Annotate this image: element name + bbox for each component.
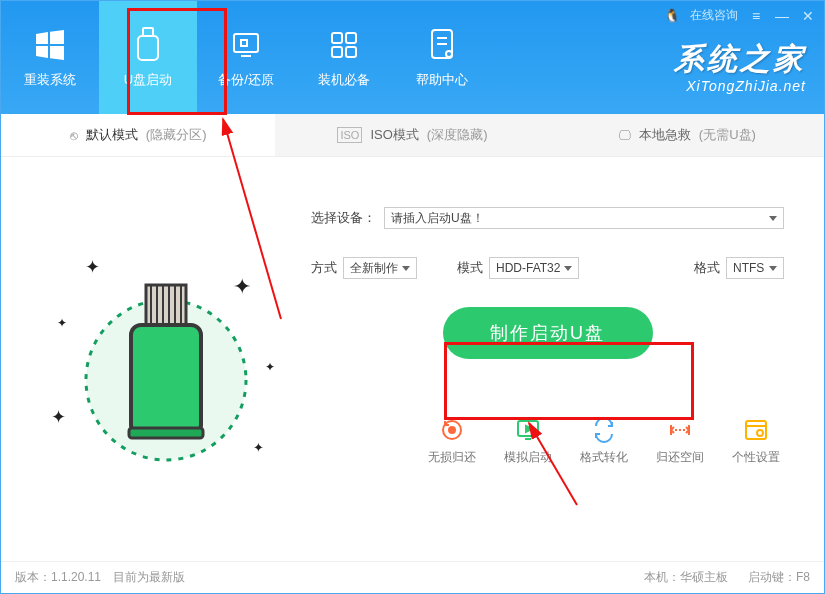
update-status: 目前为最新版 bbox=[113, 569, 185, 586]
iso-icon: ISO bbox=[337, 127, 362, 143]
nav-help-center[interactable]: 帮助中心 bbox=[393, 1, 491, 114]
penguin-icon: 🐧 bbox=[664, 8, 680, 23]
usb-graphic bbox=[41, 230, 281, 490]
usb-icon: ⎋ bbox=[70, 128, 78, 143]
main-content: ✦ ✦ ✦ ✦ ✦ ✦ 选择设备： 请插入启动U盘！ 方式 全新制作 模式 HD… bbox=[1, 157, 824, 543]
svg-point-28 bbox=[449, 427, 455, 433]
mode-tab-default[interactable]: ⎋ 默认模式 (隐藏分区) bbox=[1, 114, 275, 156]
usb-illustration: ✦ ✦ ✦ ✦ ✦ ✦ bbox=[21, 177, 301, 543]
tool-personalize[interactable]: 个性设置 bbox=[732, 417, 780, 466]
version-text: 版本：1.1.20.11 bbox=[15, 569, 101, 586]
tool-return-space[interactable]: 归还空间 bbox=[656, 417, 704, 466]
mode-tabs: ⎋ 默认模式 (隐藏分区) ISO ISO模式 (深度隐藏) 🖵 本地急救 (无… bbox=[1, 114, 824, 157]
usb-drive-icon bbox=[130, 27, 166, 63]
svg-rect-4 bbox=[143, 28, 153, 36]
svg-rect-26 bbox=[129, 428, 203, 438]
status-bar: 版本：1.1.20.11 目前为最新版 本机：华硕主板 启动键：F8 bbox=[1, 561, 824, 593]
svg-point-16 bbox=[446, 51, 452, 57]
mode-hint: (深度隐藏) bbox=[427, 126, 488, 144]
method-label: 方式 bbox=[311, 259, 337, 277]
top-header: 重装系统 U盘启动 备份/还原 装机必备 帮助中心 🐧 bbox=[1, 1, 824, 114]
nav-backup-restore[interactable]: 备份/还原 bbox=[197, 1, 295, 114]
svg-rect-25 bbox=[131, 325, 201, 435]
mode-tab-iso[interactable]: ISO ISO模式 (深度隐藏) bbox=[275, 114, 549, 156]
nav-label: 帮助中心 bbox=[416, 71, 468, 89]
mode-hint: (无需U盘) bbox=[699, 126, 756, 144]
sparkle-icon: ✦ bbox=[51, 406, 66, 428]
mode-title: ISO模式 bbox=[370, 126, 418, 144]
space-icon bbox=[667, 417, 693, 443]
method-select[interactable]: 全新制作 bbox=[343, 257, 417, 279]
mode-select[interactable]: HDD-FAT32 bbox=[489, 257, 579, 279]
convert-icon bbox=[591, 417, 617, 443]
brand-logo: 系统之家 XiTongZhiJia.net bbox=[674, 39, 806, 94]
nav-essential-apps[interactable]: 装机必备 bbox=[295, 1, 393, 114]
svg-rect-32 bbox=[746, 421, 766, 439]
sparkle-icon: ✦ bbox=[85, 256, 100, 278]
logo-sub: XiTongZhiJia.net bbox=[674, 78, 806, 94]
window-controls: 🐧 在线咨询 ≡ — ✕ bbox=[664, 7, 816, 24]
simulate-icon bbox=[515, 417, 541, 443]
tool-restore[interactable]: 无损归还 bbox=[428, 417, 476, 466]
tool-label: 归还空间 bbox=[656, 449, 704, 466]
mode-hint: (隐藏分区) bbox=[146, 126, 207, 144]
menu-icon[interactable]: ≡ bbox=[748, 8, 764, 24]
nav-label: 重装系统 bbox=[24, 71, 76, 89]
bootkey-text: 启动键：F8 bbox=[748, 569, 810, 586]
tool-label: 格式转化 bbox=[580, 449, 628, 466]
windows-icon bbox=[32, 27, 68, 63]
format-label: 格式 bbox=[694, 259, 720, 277]
document-icon bbox=[424, 27, 460, 63]
svg-rect-11 bbox=[332, 47, 342, 57]
svg-point-34 bbox=[757, 430, 763, 436]
consult-link[interactable]: 在线咨询 bbox=[690, 7, 738, 24]
nav-label: U盘启动 bbox=[124, 71, 172, 89]
sparkle-icon: ✦ bbox=[57, 316, 67, 330]
minimize-button[interactable]: — bbox=[774, 8, 790, 24]
svg-marker-30 bbox=[526, 426, 532, 432]
board-text: 本机：华硕主板 bbox=[644, 569, 728, 586]
sparkle-icon: ✦ bbox=[253, 440, 264, 455]
restore-icon bbox=[439, 417, 465, 443]
mode-title: 本地急救 bbox=[639, 126, 691, 144]
device-label: 选择设备： bbox=[311, 209, 376, 227]
svg-rect-5 bbox=[138, 36, 158, 60]
mode-title: 默认模式 bbox=[86, 126, 138, 144]
create-boot-usb-button[interactable]: 制作启动U盘 bbox=[443, 307, 653, 359]
nav-usb-boot[interactable]: U盘启动 bbox=[99, 1, 197, 114]
tool-label: 模拟启动 bbox=[504, 449, 552, 466]
svg-marker-1 bbox=[50, 30, 64, 44]
monitor-icon: 🖵 bbox=[618, 128, 631, 143]
svg-rect-10 bbox=[346, 33, 356, 43]
close-button[interactable]: ✕ bbox=[800, 8, 816, 24]
tool-strip: 无损归还 模拟启动 格式转化 归还空间 个性设置 bbox=[311, 417, 784, 466]
tool-simulate[interactable]: 模拟启动 bbox=[504, 417, 552, 466]
nav-label: 装机必备 bbox=[318, 71, 370, 89]
top-nav: 重装系统 U盘启动 备份/还原 装机必备 帮助中心 bbox=[1, 1, 491, 114]
mode-tab-local[interactable]: 🖵 本地急救 (无需U盘) bbox=[550, 114, 824, 156]
tool-label: 无损归还 bbox=[428, 449, 476, 466]
sparkle-icon: ✦ bbox=[265, 360, 275, 374]
format-select[interactable]: NTFS bbox=[726, 257, 784, 279]
svg-rect-9 bbox=[332, 33, 342, 43]
svg-marker-3 bbox=[50, 46, 64, 60]
svg-rect-7 bbox=[241, 40, 247, 46]
tool-format-convert[interactable]: 格式转化 bbox=[580, 417, 628, 466]
tool-label: 个性设置 bbox=[732, 449, 780, 466]
mode-label: 模式 bbox=[457, 259, 483, 277]
nav-reinstall[interactable]: 重装系统 bbox=[1, 1, 99, 114]
logo-main: 系统之家 bbox=[674, 39, 806, 80]
svg-marker-2 bbox=[36, 46, 48, 58]
device-select[interactable]: 请插入启动U盘！ bbox=[384, 207, 784, 229]
svg-marker-0 bbox=[36, 32, 48, 44]
apps-grid-icon bbox=[326, 27, 362, 63]
screen-icon bbox=[228, 27, 264, 63]
form-panel: 选择设备： 请插入启动U盘！ 方式 全新制作 模式 HDD-FAT32 格式 N… bbox=[301, 177, 804, 543]
nav-label: 备份/还原 bbox=[218, 71, 274, 89]
svg-rect-12 bbox=[346, 47, 356, 57]
sparkle-icon: ✦ bbox=[233, 274, 251, 300]
personalize-icon bbox=[743, 417, 769, 443]
